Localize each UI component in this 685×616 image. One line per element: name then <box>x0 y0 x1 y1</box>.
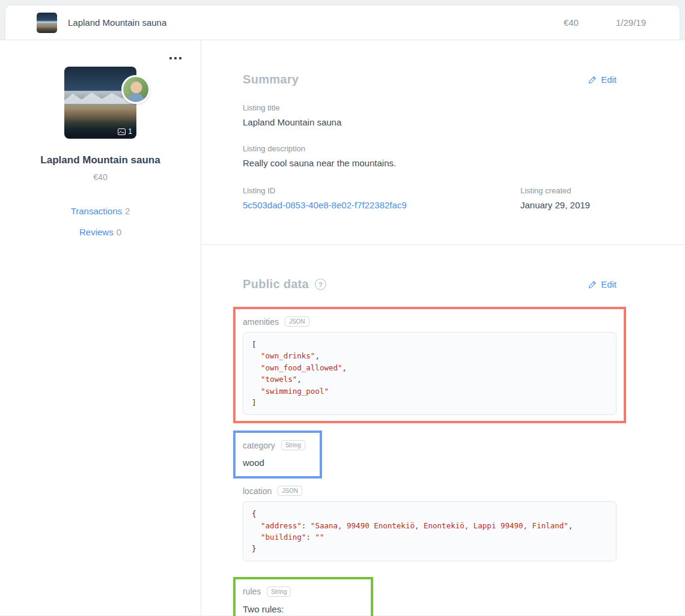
pencil-icon <box>588 280 597 289</box>
public-data-field-location: locationJSON{ "address": "Saana, 99490 E… <box>243 486 616 561</box>
public-data-field-rules: rulesStringTwo rules:- Respect other sau… <box>233 577 373 616</box>
public-data-field-category: categoryStringwood <box>233 430 322 479</box>
content-area: 1 Lapland Mountain sauna €40 Transaction… <box>0 40 685 615</box>
field-value: Two rules: <box>243 602 356 616</box>
field-type-badge: JSON <box>278 486 302 496</box>
transactions-link[interactable]: Transactions <box>71 206 122 216</box>
listing-detail-main: Summary Edit Listing title Lapland Mount… <box>201 40 685 615</box>
location-code-block: { "address": "Saana, 99490 Enontekiö, En… <box>243 501 616 561</box>
field-name: location <box>243 486 272 496</box>
help-icon[interactable]: ? <box>315 279 326 290</box>
listing-thumbnail <box>37 13 57 33</box>
public-data-section: Public data ? Edit amenitiesJSON[ "own_d… <box>201 245 685 616</box>
field-type-badge: String <box>267 587 291 597</box>
sidebar-listing-title: Lapland Mountain sauna <box>0 154 201 166</box>
sidebar-listing-price: €40 <box>0 172 201 182</box>
topbar-price: €40 <box>564 17 579 28</box>
field-label: Listing description <box>243 144 616 153</box>
field-value: Lapland Mountain sauna <box>243 117 616 127</box>
ellipsis-icon <box>169 57 172 59</box>
photo-count-badge: 1 <box>118 127 132 136</box>
transactions-row: Transactions2 <box>0 206 201 216</box>
topbar-date: 1/29/19 <box>616 17 646 28</box>
amenities-code-block: [ "own_drinks", "own_food_allowed", "tow… <box>243 332 616 415</box>
listing-title-field: Listing title Lapland Mountain sauna <box>243 103 616 127</box>
field-value: Really cool sauna near the mountains. <box>243 158 616 168</box>
listing-created-field: Listing created January 29, 2019 <box>520 186 616 211</box>
public-data-edit-button[interactable]: Edit <box>588 279 616 289</box>
listing-photo[interactable]: 1 <box>64 67 136 139</box>
field-name: amenities <box>243 317 279 327</box>
author-avatar[interactable] <box>121 75 150 104</box>
listing-sidebar: 1 Lapland Mountain sauna €40 Transaction… <box>0 40 201 615</box>
image-icon <box>118 128 126 135</box>
listing-id-field: Listing ID 5c503dad-0853-40e8-8e02-f7f22… <box>243 186 520 211</box>
field-name: category <box>243 441 275 450</box>
listing-description-field: Listing description Really cool sauna ne… <box>243 144 616 168</box>
listing-header-bar[interactable]: Lapland Mountain sauna €40 1/29/19 <box>5 5 680 40</box>
topbar-listing-title: Lapland Mountain sauna <box>68 17 166 28</box>
field-name: rules <box>243 587 261 596</box>
public-data-fields: amenitiesJSON[ "own_drinks", "own_food_a… <box>243 307 616 616</box>
photo-count: 1 <box>128 127 132 136</box>
field-type-badge: JSON <box>285 316 309 327</box>
summary-heading: Summary <box>243 73 299 86</box>
listing-id-link[interactable]: 5c503dad-0853-40e8-8e02-f7f22382fac9 <box>243 200 407 210</box>
reviews-link[interactable]: Reviews <box>79 227 114 237</box>
field-label: Listing created <box>520 186 616 195</box>
more-options-button[interactable] <box>168 53 183 63</box>
field-label: Listing title <box>243 103 616 112</box>
field-label: Listing ID <box>243 186 520 195</box>
public-data-field-amenities: amenitiesJSON[ "own_drinks", "own_food_a… <box>233 307 626 423</box>
public-data-heading: Public data <box>243 277 309 291</box>
summary-edit-button[interactable]: Edit <box>588 74 616 85</box>
summary-section: Summary Edit Listing title Lapland Mount… <box>201 40 685 245</box>
transactions-count: 2 <box>125 206 130 216</box>
reviews-count: 0 <box>117 227 121 237</box>
field-type-badge: String <box>281 440 305 450</box>
reviews-row: Reviews0 <box>0 227 201 237</box>
field-value: January 29, 2019 <box>520 200 616 210</box>
topbar-wrapper: Lapland Mountain sauna €40 1/29/19 <box>0 0 685 40</box>
pencil-icon <box>588 76 597 84</box>
field-value: wood <box>243 456 305 470</box>
